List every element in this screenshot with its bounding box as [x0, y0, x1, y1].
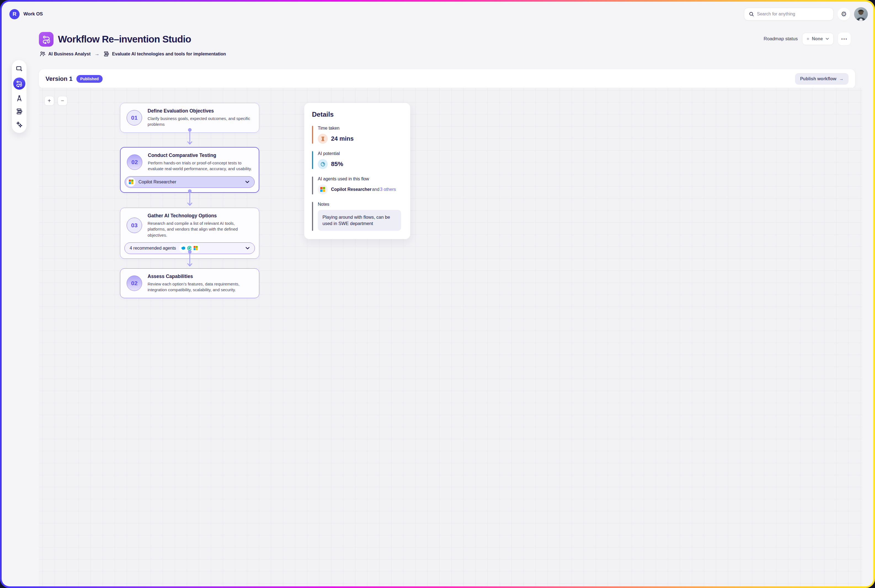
- step-card-content: 02 Conduct Comparative Testing Perform h…: [125, 152, 255, 172]
- step-number-badge: 02: [127, 276, 142, 291]
- version-title: Version 1: [45, 75, 72, 82]
- stack-icon: [103, 51, 110, 57]
- sidebar-item-design[interactable]: [15, 94, 24, 103]
- agent-selector-label: Copilot Researcher: [138, 180, 176, 184]
- detail-ai-potential: AI potential 85%: [312, 151, 402, 169]
- step-card-4[interactable]: 02 Assess Capabilities Review each optio…: [120, 268, 259, 294]
- microsoft-logo: [127, 178, 135, 186]
- microsoft-logo: [318, 184, 328, 194]
- screen-share-icon: [16, 65, 23, 72]
- flow-connector: [186, 250, 194, 269]
- ai-potential-label: AI potential: [318, 151, 343, 156]
- step-title: Assess Capabilities: [147, 274, 253, 279]
- flow-connector: [186, 128, 194, 147]
- detail-notes: Notes Playing around with flows, can be …: [312, 202, 402, 231]
- brand-name: Work OS: [24, 11, 43, 17]
- page-title: Workflow Re–invention Studio: [58, 34, 191, 45]
- step-description: Clarify business goals, expected outcome…: [147, 116, 253, 128]
- step-card-content: 01 Define Evaluation Objectives Clarify …: [125, 108, 255, 128]
- chevron-down-icon: [246, 247, 250, 250]
- recommended-agents-label: 4 recommended agents: [130, 246, 176, 251]
- time-taken-value: 24 mins: [331, 135, 354, 142]
- step-title: Define Evaluation Objectives: [147, 108, 253, 114]
- sidebar-item-workflows[interactable]: [13, 78, 26, 90]
- breadcrumb-role-label: AI Business Analyst: [48, 52, 90, 57]
- detail-ai-agents: AI agents used in this flow Copilot Rese…: [312, 177, 402, 194]
- agents-connector-text: and: [372, 187, 380, 192]
- details-heading: Details: [312, 111, 402, 118]
- zoom-in-button[interactable]: +: [44, 96, 54, 106]
- breadcrumb-arrow-icon: →: [93, 51, 101, 57]
- sidebar-item-tasks[interactable]: [15, 107, 24, 116]
- chevron-down-icon: [245, 181, 249, 183]
- sidebar-item-ai[interactable]: [15, 120, 24, 129]
- time-taken-label: Time taken: [318, 126, 354, 131]
- agents-line: Copilot Researcherand3 others: [331, 187, 396, 192]
- primary-agent: Copilot Researcher: [331, 187, 372, 192]
- step-card-content: 02 Assess Capabilities Review each optio…: [125, 273, 255, 294]
- detail-time-taken: Time taken 24 mins: [312, 126, 402, 144]
- sidebar-item-share[interactable]: [15, 64, 24, 73]
- accent-bar: [312, 177, 313, 194]
- stack-icon: [16, 108, 23, 115]
- breadcrumb: AI Business Analyst → Evaluate AI techno…: [39, 51, 226, 57]
- accent-bar: [312, 202, 313, 231]
- workflow-studio-icon-tile: [39, 32, 54, 46]
- version-bar: Version 1 Published Publish workflow →: [39, 69, 437, 88]
- top-bar: R Work OS ⚙: [9, 7, 437, 21]
- step-number-badge: 03: [127, 218, 142, 233]
- breadcrumb-task[interactable]: Evaluate AI technologies and tools for i…: [103, 51, 226, 57]
- agent-selector[interactable]: Copilot Researcher: [125, 176, 255, 188]
- breadcrumb-task-label: Evaluate AI technologies and tools for i…: [112, 52, 226, 57]
- notes-label: Notes: [318, 202, 401, 207]
- step-card-content: 03 Gather AI Technology Options Research…: [125, 212, 255, 238]
- work-os-logo-icon[interactable]: R: [9, 9, 20, 19]
- step-number-badge: 02: [127, 154, 143, 170]
- gradient-frame: R Work OS ⚙: [0, 0, 437, 294]
- accent-bar: [312, 151, 313, 169]
- route-icon: [16, 80, 23, 87]
- notes-text[interactable]: Playing around with flows, can be used i…: [318, 210, 401, 231]
- zoom-out-button[interactable]: −: [58, 96, 67, 106]
- other-agents-link[interactable]: 3 others: [380, 187, 396, 192]
- route-icon: [42, 35, 51, 44]
- step-description: Research and compile a list of relevant …: [147, 220, 253, 238]
- brand: R Work OS: [9, 9, 43, 19]
- ai-agents-label: AI agents used in this flow: [318, 177, 396, 182]
- published-badge: Published: [77, 75, 103, 83]
- flow-connector: [186, 189, 194, 208]
- compass-icon: [16, 95, 23, 102]
- step-description: Perform hands-on trials or proof-of-conc…: [148, 160, 252, 172]
- tool-sidebar: [12, 60, 27, 133]
- breadcrumb-role[interactable]: AI Business Analyst: [39, 51, 90, 57]
- ai-potential-value: 85%: [331, 160, 343, 168]
- step-title: Conduct Comparative Testing: [148, 153, 252, 158]
- details-panel: Details Time taken 24 mins: [304, 103, 410, 239]
- hourglass-icon: [318, 134, 328, 144]
- pie-chart-icon: [318, 159, 328, 169]
- app-window: R Work OS ⚙: [2, 2, 437, 294]
- step-card-2[interactable]: 02 Conduct Comparative Testing Perform h…: [120, 147, 259, 193]
- step-title: Gather AI Technology Options: [147, 213, 253, 219]
- workflow-canvas[interactable]: + − 01 Define Evaluation Objectives Clar…: [39, 88, 437, 294]
- accent-bar: [312, 126, 313, 144]
- people-icon: [39, 51, 46, 57]
- step-description: Review each option’s features, data requ…: [147, 281, 253, 293]
- sparkles-icon: [16, 121, 23, 128]
- zoom-controls: + −: [44, 96, 67, 106]
- step-number-badge: 01: [127, 110, 142, 126]
